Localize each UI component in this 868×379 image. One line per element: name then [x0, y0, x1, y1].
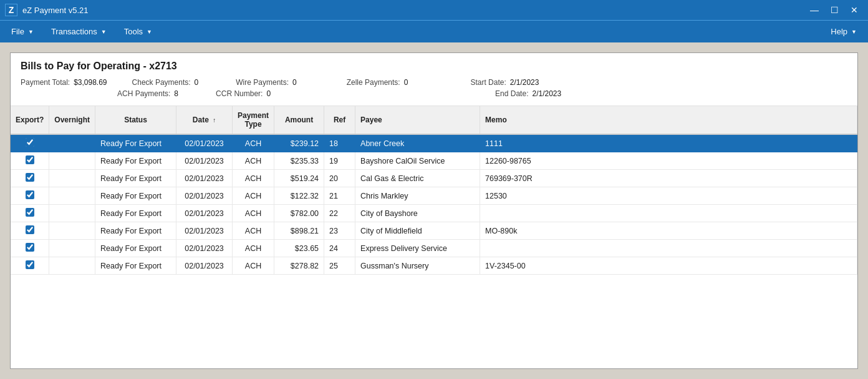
- date-sort-icon: ↑: [213, 117, 216, 124]
- ref-cell: 18: [324, 134, 355, 152]
- export-checkbox[interactable]: [26, 173, 34, 182]
- summary-row-2: ACH Payments: 8 CCR Number: 0 End Date: …: [117, 89, 847, 98]
- export-checkbox[interactable]: [26, 190, 34, 199]
- export-checkbox[interactable]: [26, 243, 34, 252]
- memo-cell: MO-890k: [480, 222, 857, 240]
- status-cell: Ready For Export: [95, 170, 176, 187]
- ccr-number-item: CCR Number: 0: [216, 89, 271, 98]
- menu-help-label: Help: [831, 27, 847, 36]
- memo-cell: [480, 205, 857, 222]
- ref-cell: 23: [324, 222, 355, 240]
- date-cell: 02/01/2023: [176, 170, 233, 187]
- menu-transactions-label: Transactions: [51, 27, 97, 36]
- memo-cell: 12260-98765: [480, 152, 857, 170]
- memo-cell: 1V-2345-00: [480, 257, 857, 275]
- amount-cell: $239.12: [274, 134, 324, 152]
- payee-cell: Express Delivery Service: [355, 240, 480, 257]
- export-cell[interactable]: [11, 222, 49, 240]
- payment-type-cell: ACH: [233, 170, 274, 187]
- menu-bar-left: File ▼ Transactions ▼ Tools ▼: [2, 23, 161, 40]
- export-cell[interactable]: [11, 134, 49, 152]
- menu-item-tools[interactable]: Tools ▼: [115, 23, 161, 40]
- export-cell[interactable]: [11, 257, 49, 275]
- app-title: eZ Payment v5.21: [22, 6, 89, 15]
- col-header-status: Status: [95, 106, 176, 134]
- table-row[interactable]: Ready For Export02/01/2023ACH$278.8225Gu…: [11, 257, 857, 275]
- export-checkbox[interactable]: [26, 138, 34, 147]
- export-cell[interactable]: [11, 205, 49, 222]
- payee-cell: Bayshore CalOil Service: [355, 152, 480, 170]
- table-row[interactable]: Ready For Export02/01/2023ACH$122.3221Ch…: [11, 187, 857, 205]
- date-cell: 02/01/2023: [176, 134, 233, 152]
- start-date-value: 2/1/2023: [510, 78, 539, 87]
- amount-cell: $782.00: [274, 205, 324, 222]
- status-cell: Ready For Export: [95, 187, 176, 205]
- table-empty-area: [11, 275, 857, 293]
- title-bar-left: Z eZ Payment v5.21: [5, 4, 89, 16]
- ref-cell: 25: [324, 257, 355, 275]
- menu-file-label: File: [11, 27, 24, 36]
- start-date-item: Start Date: 2/1/2023: [470, 78, 539, 87]
- payee-cell: Abner Creek: [355, 134, 480, 152]
- table-row[interactable]: Ready For Export02/01/2023ACH$782.0022Ci…: [11, 205, 857, 222]
- overnight-cell: [49, 134, 95, 152]
- menu-file-arrow: ▼: [28, 29, 34, 35]
- export-checkbox[interactable]: [26, 260, 34, 269]
- table-row[interactable]: Ready For Export02/01/2023ACH$239.1218Ab…: [11, 134, 857, 152]
- export-cell[interactable]: [11, 152, 49, 170]
- title-bar: Z eZ Payment v5.21 — ☐ ✕: [0, 0, 868, 20]
- export-checkbox[interactable]: [26, 225, 34, 234]
- menu-item-file[interactable]: File ▼: [2, 23, 42, 40]
- table-row[interactable]: Ready For Export02/01/2023ACH$235.3319Ba…: [11, 152, 857, 170]
- table-row[interactable]: Ready For Export02/01/2023ACH$519.2420Ca…: [11, 170, 857, 187]
- overnight-cell: [49, 205, 95, 222]
- payee-cell: Chris Markley: [355, 187, 480, 205]
- app-logo: Z: [5, 4, 17, 16]
- amount-cell: $235.33: [274, 152, 324, 170]
- col-header-date[interactable]: Date ↑: [176, 106, 233, 134]
- maximize-button[interactable]: ☐: [826, 4, 843, 16]
- menu-item-help[interactable]: Help ▼: [822, 23, 866, 40]
- check-payments-item: Check Payments: 0: [132, 78, 199, 87]
- table-row[interactable]: Ready For Export02/01/2023ACH$23.6524Exp…: [11, 240, 857, 257]
- ach-payments-label: ACH Payments:: [117, 89, 170, 98]
- export-cell[interactable]: [11, 187, 49, 205]
- zelle-payments-value: 0: [404, 78, 408, 87]
- col-header-payee: Payee: [355, 106, 480, 134]
- memo-cell: [480, 240, 857, 257]
- payment-type-cell: ACH: [233, 152, 274, 170]
- menu-help-arrow: ▼: [851, 29, 857, 35]
- col-header-payment-type: PaymentType: [233, 106, 274, 134]
- date-cell: 02/01/2023: [176, 240, 233, 257]
- col-header-amount: Amount: [274, 106, 324, 134]
- payments-table: Export? Overnight Status Date ↑ PaymentT…: [11, 106, 857, 275]
- panel-header: Bills to Pay for Operating - x2713 Payme…: [11, 53, 857, 106]
- ref-cell: 21: [324, 187, 355, 205]
- close-button[interactable]: ✕: [846, 4, 863, 16]
- summary-row-1: Payment Total: $3,098.69 Check Payments:…: [21, 78, 847, 87]
- memo-cell: 1111: [480, 134, 857, 152]
- overnight-cell: [49, 187, 95, 205]
- menu-tools-label: Tools: [124, 27, 143, 36]
- overnight-cell: [49, 170, 95, 187]
- export-checkbox[interactable]: [26, 155, 34, 164]
- amount-cell: $278.82: [274, 257, 324, 275]
- minimize-button[interactable]: —: [806, 4, 823, 16]
- amount-cell: $122.32: [274, 187, 324, 205]
- memo-cell: 12530: [480, 187, 857, 205]
- menu-item-transactions[interactable]: Transactions ▼: [42, 23, 115, 40]
- export-checkbox[interactable]: [26, 208, 34, 217]
- check-payments-label: Check Payments:: [132, 78, 191, 87]
- table-row[interactable]: Ready For Export02/01/2023ACH$898.2123Ci…: [11, 222, 857, 240]
- panel: Bills to Pay for Operating - x2713 Payme…: [10, 52, 858, 369]
- payee-cell: City of Bayshore: [355, 205, 480, 222]
- payment-type-cell: ACH: [233, 205, 274, 222]
- date-cell: 02/01/2023: [176, 257, 233, 275]
- ref-cell: 19: [324, 152, 355, 170]
- status-cell: Ready For Export: [95, 205, 176, 222]
- amount-cell: $23.65: [274, 240, 324, 257]
- end-date-value: 2/1/2023: [532, 89, 561, 98]
- col-header-memo: Memo: [480, 106, 857, 134]
- export-cell[interactable]: [11, 240, 49, 257]
- export-cell[interactable]: [11, 170, 49, 187]
